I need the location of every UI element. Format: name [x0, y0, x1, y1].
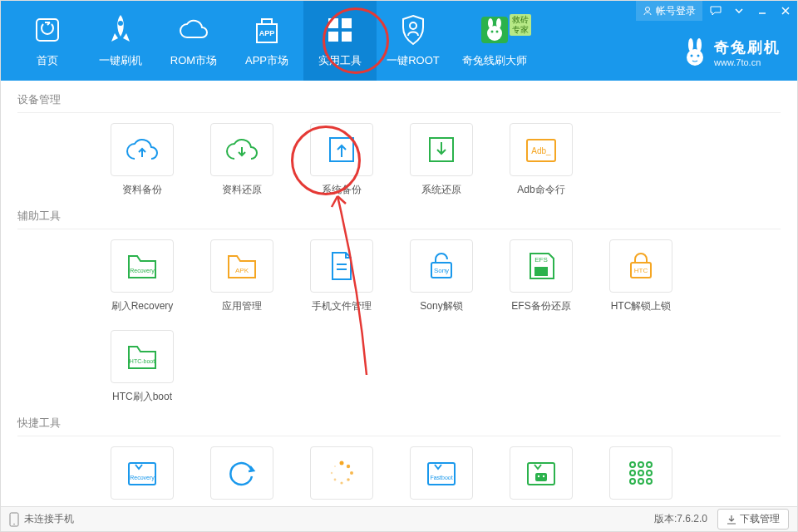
tool-sony-unlock[interactable]: Sony Sony解锁: [400, 239, 483, 313]
svg-point-39: [347, 465, 350, 468]
svg-text:APP: APP: [259, 29, 275, 37]
menu-button[interactable]: [727, 1, 751, 21]
download-manager-button[interactable]: 下载管理: [717, 509, 789, 530]
section-title: 设备管理: [17, 92, 781, 107]
tool-label: HTC解锁上锁: [611, 299, 672, 313]
tool-factory-reset[interactable]: 恢复出厂设置: [200, 446, 283, 506]
nav-rom[interactable]: ROM市场: [157, 1, 230, 81]
tool-label: HTC刷入boot: [112, 390, 172, 404]
feedback-button[interactable]: [704, 1, 727, 21]
nav-label: ROM市场: [170, 53, 217, 68]
tool-reboot[interactable]: 重启设备: [300, 446, 383, 506]
tool-label: EFS备份还原: [511, 299, 570, 313]
disk-efs-icon: EFS: [525, 250, 557, 282]
tool-label: Adb命令行: [517, 183, 564, 197]
svg-point-62: [13, 523, 15, 525]
tool-app-manage[interactable]: APK 应用管理: [200, 239, 283, 313]
tool-label: 系统备份: [322, 183, 362, 197]
box-up-icon: [326, 134, 357, 165]
tool-row: Recovery 刷入Recovery APK 应用管理 手机文件管理 Sony…: [17, 239, 781, 404]
tool-system-restore[interactable]: 系统还原: [400, 123, 483, 197]
grid-icon: [323, 13, 357, 47]
svg-point-52: [630, 462, 635, 467]
svg-text:HTC: HTC: [634, 267, 648, 274]
svg-point-59: [638, 479, 643, 484]
svg-rect-49: [535, 473, 547, 481]
svg-point-56: [638, 470, 643, 475]
svg-rect-31: [534, 267, 548, 276]
section-device: 设备管理 资料备份 资料还原 系统备份 系统还原 Adb_ Adb命令行: [17, 92, 781, 197]
nav-home[interactable]: 首页: [11, 1, 84, 81]
svg-point-1: [118, 21, 123, 26]
tool-enter-recovery[interactable]: Recovery 进入Recovery模式: [101, 446, 184, 506]
nav-root[interactable]: 一键ROOT: [377, 1, 450, 81]
tool-flash-recovery[interactable]: Recovery 刷入Recovery: [101, 239, 184, 313]
svg-point-40: [350, 471, 353, 475]
svg-text:APK: APK: [235, 267, 249, 274]
download-label: 下载管理: [740, 512, 780, 526]
tool-system-backup[interactable]: 系统备份: [300, 123, 383, 197]
top-bar: 首页 一键刷机 ROM市场 APP APP市场 实: [1, 1, 797, 81]
tool-label: 系统还原: [421, 183, 461, 197]
nav-label: 首页: [37, 53, 58, 68]
tool-data-restore[interactable]: 资料还原: [200, 123, 283, 197]
svg-point-42: [340, 481, 342, 484]
nav-label: 一键ROOT: [387, 53, 440, 68]
svg-point-16: [687, 49, 703, 66]
minimize-button[interactable]: [751, 1, 774, 21]
nav-flash[interactable]: 一键刷机: [84, 1, 157, 81]
android-download-icon: [523, 456, 559, 490]
brand-rabbit-icon: [682, 37, 707, 67]
section-assist: 辅助工具 Recovery 刷入Recovery APK 应用管理 手机文件管理…: [17, 209, 781, 404]
svg-text:Adb_: Adb_: [531, 146, 551, 155]
svg-point-53: [638, 462, 643, 467]
svg-text:Sony: Sony: [434, 267, 449, 274]
svg-text:EFS: EFS: [534, 256, 548, 264]
svg-rect-3: [328, 18, 338, 28]
tool-row: Recovery 进入Recovery模式 恢复出厂设置 重启设备 Fastbo…: [17, 446, 781, 506]
refresh-icon: [225, 456, 259, 490]
tool-data-backup[interactable]: 资料备份: [101, 123, 184, 197]
tool-label: Sony解锁: [420, 299, 462, 313]
status-bar: 未连接手机 版本:7.6.2.0 下载管理: [1, 506, 797, 531]
lock-htc-icon: HTC: [625, 249, 657, 283]
svg-point-58: [630, 479, 635, 484]
folder-htcboot-icon: HTC-boot: [124, 340, 160, 373]
tool-htc-lock[interactable]: HTC HTC解锁上锁: [599, 239, 682, 313]
tool-enter-fastboot[interactable]: Fastboot 进入Fastboot模式: [400, 446, 483, 506]
tool-file-manage[interactable]: 手机文件管理: [300, 239, 383, 313]
svg-point-17: [691, 55, 693, 57]
tool-enter-download[interactable]: 进入挖煤模式: [500, 446, 583, 506]
svg-point-44: [331, 472, 332, 474]
nav-wireflash[interactable]: 奇兔线刷大师 救砖 专家: [450, 1, 539, 81]
svg-point-43: [334, 479, 337, 481]
svg-point-13: [496, 31, 499, 33]
nav-app[interactable]: APP APP市场: [230, 1, 303, 81]
svg-rect-6: [342, 32, 352, 42]
svg-point-50: [538, 475, 539, 477]
divider: [17, 229, 781, 229]
svg-point-11: [487, 26, 502, 41]
shield-icon: [397, 13, 430, 47]
login-button[interactable]: 帐号登录: [636, 1, 702, 21]
svg-point-38: [340, 461, 344, 466]
tool-htc-boot[interactable]: HTC-boot HTC刷入boot: [101, 330, 184, 404]
tool-clear-lock[interactable]: 清除锁屏密码: [599, 446, 682, 506]
lock-sony-icon: Sony: [426, 249, 457, 283]
nav-label: 奇兔线刷大师: [462, 53, 527, 68]
enter-recovery-icon: Recovery: [124, 456, 160, 490]
svg-rect-5: [328, 32, 338, 42]
brand: 奇兔刷机 www.7to.cn: [682, 37, 781, 67]
content: 设备管理 资料备份 资料还原 系统备份 系统还原 Adb_ Adb命令行: [1, 81, 797, 506]
close-button[interactable]: [774, 1, 797, 21]
svg-point-41: [347, 478, 350, 481]
folder-apk-icon: APK: [224, 249, 260, 283]
svg-rect-4: [342, 18, 352, 28]
nav-tools[interactable]: 实用工具: [303, 1, 377, 81]
tool-adb[interactable]: Adb_ Adb命令行: [500, 123, 583, 197]
file-icon: [328, 249, 356, 283]
user-icon: [643, 6, 653, 16]
tool-efs[interactable]: EFS EFS备份还原: [500, 239, 583, 313]
svg-rect-36: [129, 463, 155, 485]
svg-point-19: [646, 7, 650, 12]
